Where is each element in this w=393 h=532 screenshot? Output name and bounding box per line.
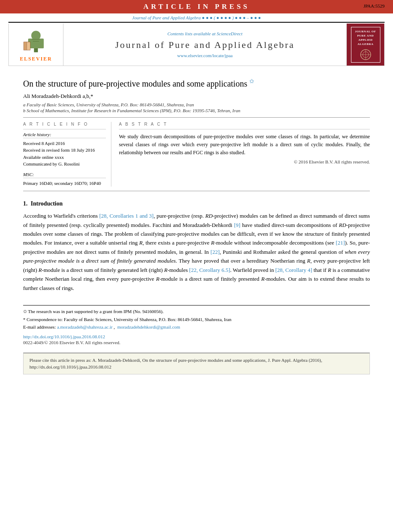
main-content: On the structure of pure-projective modu… <box>0 66 393 379</box>
top-banner-wrap: ARTICLE IN PRESS JPAA:5529 <box>0 0 393 13</box>
elsevier-label: ELSEVIER <box>20 56 52 62</box>
article-title-text: On the structure of pure-projective modu… <box>23 79 247 88</box>
article-info-header: A R T I C L E I N F O <box>23 122 106 126</box>
online-date: Available online xxxx <box>23 154 106 161</box>
article-in-press-text: ARTICLE IN PRESS <box>143 3 250 11</box>
top-divider <box>8 22 385 23</box>
footnotes-area: ✩ The research was in part supported by … <box>23 305 370 345</box>
journal-center-box: Contents lists available at ScienceDirec… <box>63 24 346 66</box>
footnote-2-text: Correspondence to: Faculty of Basic Scie… <box>26 317 231 322</box>
sciencedirect-text: ScienceDirect <box>217 31 243 36</box>
affiliation-a: a Faculty of Basic Sciences, University … <box>23 102 370 107</box>
abstract-col: A B S T R A C T We study direct-sum deco… <box>111 122 370 187</box>
ref-21[interactable]: [21] <box>336 240 345 246</box>
svg-rect-5 <box>27 42 30 50</box>
footnote-2: * Correspondence to: Faculty of Basic Sc… <box>23 316 370 323</box>
introduction-paragraph: According to Warfield's criterions [28, … <box>23 211 370 292</box>
msc-codes: Primary 16D40; secondary 16D70; 16P40 <box>23 180 106 187</box>
journal-url[interactable]: www.elsevier.com/locate/jpaa <box>177 53 233 58</box>
info-abstract-divider-bottom <box>23 191 370 191</box>
article-history-label: Article history: <box>23 132 106 138</box>
ref-22-corollary[interactable]: [22, Corollary 6.5] <box>189 267 230 273</box>
journal-main-title: Journal of Pure and Applied Algebra <box>115 40 295 50</box>
received-date: Received 8 April 2016 <box>23 140 106 147</box>
cover-text: JOURNAL OF PURE AND APPLIED ALGEBRA <box>351 28 380 48</box>
email-label: E-mail addresses: <box>23 324 56 329</box>
revised-date: Received in revised form 18 July 2016 <box>23 147 106 154</box>
info-divider <box>23 129 106 129</box>
footnote-star-icon: ✩ <box>249 78 254 84</box>
msc-label: MSC: <box>23 172 106 178</box>
article-in-press-banner: ARTICLE IN PRESS <box>0 0 393 13</box>
email-2[interactable]: moradzadehdehkordi@gmail.com <box>117 324 180 329</box>
ref-28-corollary4[interactable]: [28, Corollary 4] <box>275 267 312 273</box>
email-separator: , <box>113 324 115 329</box>
introduction-section-title: 1. Introduction <box>23 200 370 207</box>
jpaa-id: JPAA:5529 <box>364 3 385 8</box>
svg-point-2 <box>31 31 40 40</box>
email-1[interactable]: a.moradzadeh@shahreza.ac.ir <box>57 324 113 329</box>
footnote-1: ✩ The research was in part supported by … <box>23 308 370 315</box>
copyright-line: © 2016 Elsevier B.V. All rights reserved… <box>119 159 370 164</box>
affiliation-b: b School of Mathematics, Institute for R… <box>23 108 370 113</box>
ref-28-corollaries[interactable]: [28, Corollaries 1 and 3] <box>99 213 153 219</box>
doi-link[interactable]: http://dx.doi.org/10.1016/j.jpaa.2016.08… <box>23 334 370 339</box>
communicated-by: Communicated by G. Rosolini <box>23 161 106 168</box>
section-title-text: Introduction <box>31 200 63 207</box>
abstract-divider <box>119 129 370 129</box>
abstract-text: We study direct-sum decompositions of pu… <box>119 133 370 157</box>
journal-cover-box: JOURNAL OF PURE AND APPLIED ALGEBRA <box>346 24 384 66</box>
sciencedirect-link: Contents lists available at ScienceDirec… <box>167 31 243 36</box>
section-number: 1. <box>23 200 28 207</box>
journal-subtitle: Journal of Pure and Applied Algebra ● ● … <box>0 13 393 21</box>
email-addresses-line: E-mail addresses: a.moradzadeh@shahreza.… <box>23 324 370 331</box>
footnote-1-text: The research was in part supported by a … <box>28 309 164 314</box>
header-row: ELSEVIER Contents lists available at Sci… <box>8 24 385 66</box>
elsevier-logo-box: ELSEVIER <box>9 24 63 66</box>
msc-section: MSC: Primary 16D40; secondary 16D70; 16P… <box>23 172 106 187</box>
abstract-header: A B S T R A C T <box>119 122 370 126</box>
info-abstract-row: A R T I C L E I N F O Article history: R… <box>23 122 370 187</box>
citation-text: Please cite this article in press as: A.… <box>29 358 322 370</box>
info-abstract-divider-top <box>23 117 370 118</box>
journal-cover-image: JOURNAL OF PURE AND APPLIED ALGEBRA <box>351 27 380 63</box>
article-title: On the structure of pure-projective modu… <box>23 78 370 90</box>
contents-available-text: Contents lists available at <box>167 31 216 36</box>
footnote-1-symbol: ✩ <box>23 309 27 314</box>
ref-22[interactable]: [22] <box>211 249 220 255</box>
footnote-2-symbol: * <box>23 317 26 322</box>
citation-bar: Please cite this article in press as: A.… <box>23 353 370 374</box>
article-info-col: A R T I C L E I N F O Article history: R… <box>23 122 111 187</box>
authors-line: Ali Moradzadeh-Dehkordi a,b,* <box>23 93 370 100</box>
doi-copyright: 0022-4049/© 2016 Elsevier B.V. All right… <box>23 340 370 345</box>
cover-decoration-icon <box>357 48 374 61</box>
ref-9[interactable]: [9] <box>234 222 240 228</box>
svg-rect-4 <box>24 42 27 50</box>
elsevier-tree-icon <box>20 27 52 54</box>
